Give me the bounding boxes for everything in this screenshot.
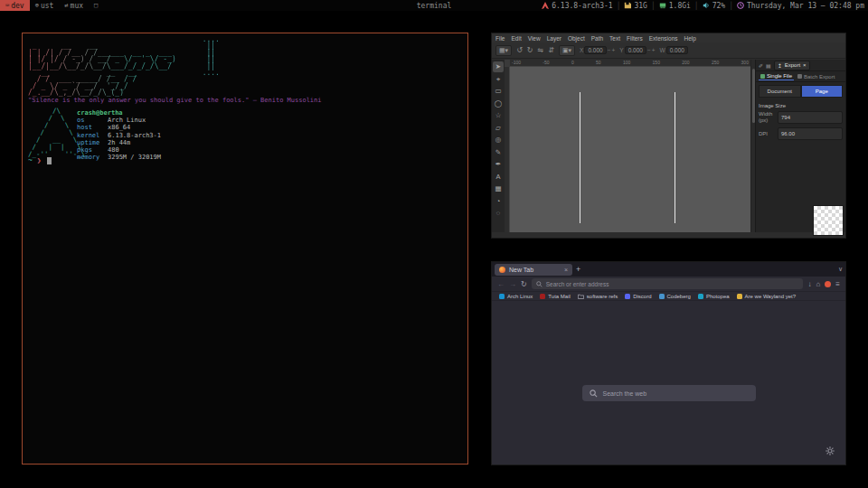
menu-edit[interactable]: Edit [511, 35, 521, 42]
page-settings-gear-icon[interactable] [826, 446, 835, 455]
arch-icon [542, 2, 549, 9]
export-dpi-input[interactable]: 96.00 [778, 127, 843, 140]
gradient-tool[interactable]: ▦ [493, 183, 504, 194]
pencil-tool[interactable]: ✎ [493, 147, 504, 158]
browser-tab-new-tab[interactable]: New Tab × [495, 264, 572, 276]
bookmark-favicon [698, 294, 703, 299]
url-bar[interactable]: Search or enter address [532, 278, 804, 289]
back-button[interactable]: ← [497, 280, 505, 288]
w-value[interactable]: 0.000 [666, 46, 688, 54]
batch-export-tab[interactable]: Batch Export [796, 73, 836, 80]
y-value[interactable]: 0.000 [625, 46, 646, 54]
rotate-ccw-icon[interactable]: ↺ [516, 46, 523, 54]
flip-horizontal-icon[interactable]: ⇋ [538, 46, 544, 54]
menu-file[interactable]: File [495, 35, 505, 42]
shell-prompt[interactable]: ~ ❯ [28, 156, 52, 164]
x-value[interactable]: 0.000 [584, 46, 606, 54]
home-icon[interactable]: ⌂ [816, 280, 820, 288]
web-search-box[interactable]: Search the web [582, 385, 756, 401]
canvas-vertical-scrollbar[interactable] [750, 60, 755, 232]
text-tool[interactable]: A [493, 172, 504, 183]
document-button[interactable]: Document [759, 85, 801, 98]
y-coordinate-field[interactable]: Y 0.000 − + [619, 46, 655, 54]
batch-export-icon [797, 74, 802, 79]
star-tool[interactable]: ☆ [493, 110, 504, 121]
datetime-text: Thursday, Mar 13 — 02:48 pm [747, 2, 864, 10]
status-bar: ⌨ dev ⊕ ust ⇄ mux □ terminal 6.13.8-arch… [0, 0, 868, 11]
menu-path[interactable]: Path [591, 35, 603, 42]
close-icon[interactable]: × [803, 62, 807, 68]
spiral-tool[interactable]: ◎ [493, 135, 504, 145]
bookmark-are-we-wayland-yet[interactable]: Are we Wayland yet? [737, 294, 796, 299]
single-file-tab[interactable]: Single File [759, 72, 794, 80]
inkscape-window[interactable]: File Edit View Layer Object Path Text Fi… [491, 33, 846, 239]
x-coordinate-field[interactable]: X 0.000 − + [580, 46, 615, 54]
w-label: W [660, 47, 665, 53]
width-field[interactable]: W 0.000 [660, 46, 688, 54]
export-dialog-tab[interactable]: ↥ Export × [774, 61, 810, 70]
disk-text: 31G [634, 2, 646, 10]
bookmark-arch-linux[interactable]: Arch Linux [499, 294, 533, 299]
forward-button[interactable]: → [509, 280, 516, 288]
pen-tool[interactable]: ✒ [493, 159, 504, 170]
browser-window[interactable]: New Tab × + ∨ ← → ↻ Search or enter addr… [491, 261, 846, 465]
ellipse-tool[interactable]: ◯ [493, 99, 504, 109]
fetch-label: os [77, 117, 108, 124]
box3d-tool[interactable]: ▱ [493, 123, 504, 134]
extension-icon-red[interactable] [825, 281, 831, 287]
minus-stepper[interactable]: − [647, 47, 651, 53]
export-preview-thumbnail [813, 205, 844, 236]
list-all-tabs-icon[interactable]: ∨ [838, 266, 843, 273]
dock-tab-strip: ✐ ▤ ↥ Export × [756, 60, 845, 71]
ruler-tick-label: 200 [682, 60, 689, 65]
menu-filters[interactable]: Filters [627, 35, 643, 42]
new-tab-button[interactable]: + [576, 265, 580, 274]
batch-export-label: Batch Export [804, 74, 835, 80]
bookmark-folder-software-refs[interactable]: software refs [578, 294, 618, 299]
zoom-tool[interactable]: ◌ [493, 208, 504, 219]
canvas[interactable] [510, 67, 750, 232]
menu-layer[interactable]: Layer [547, 35, 561, 42]
plus-stepper[interactable]: + [652, 47, 656, 53]
welcome-ascii-art: .... _ __ __ || | | /| / /__ / /______ _… [28, 36, 220, 97]
menu-extensions[interactable]: Extensions [649, 35, 678, 42]
bookmark-tuta-mail[interactable]: Tuta Mail [540, 294, 570, 299]
bbox-mode-dropdown[interactable]: ▣▾ [559, 45, 575, 56]
separator: │ [729, 2, 733, 10]
menu-hamburger-icon[interactable]: ≡ [835, 280, 840, 288]
page-button[interactable]: Page [801, 85, 844, 98]
ruler-tick-label: 300 [741, 60, 749, 65]
fetch-label: host [77, 124, 108, 131]
flip-vertical-icon[interactable]: ⇵ [548, 46, 554, 54]
rotate-cw-icon[interactable]: ↻ [527, 46, 533, 54]
wrench-icon[interactable]: ✐ [759, 62, 763, 69]
rect-tool[interactable]: ▭ [493, 86, 504, 97]
fetch-info: crash@bertha os Arch Linux host x86_64 k… [77, 109, 161, 161]
terminal-window[interactable]: .... _ __ __ || | | /| / /__ / /______ _… [22, 33, 468, 465]
menu-object[interactable]: Object [568, 35, 585, 42]
tab-close-icon[interactable]: × [564, 267, 568, 273]
bookmark-codeberg[interactable]: Codeberg [659, 294, 691, 299]
bookmark-favicon [625, 294, 630, 299]
canvas-area[interactable]: -100 -50 0 50 100 150 200 250 300 [505, 60, 750, 232]
menu-help[interactable]: Help [684, 35, 696, 42]
bookmark-discord[interactable]: Discord [625, 294, 651, 299]
bookmark-photopea[interactable]: Photopea [698, 294, 730, 299]
prompt-char: ❯ [37, 156, 42, 164]
selector-tool[interactable]: ➤ [493, 61, 504, 72]
bookmark-favicon [659, 294, 665, 299]
menu-text[interactable]: Text [609, 35, 620, 42]
fetch-value: x86_64 [108, 124, 130, 131]
minus-stepper[interactable]: − [608, 47, 611, 53]
export-width-input[interactable]: 794 [778, 111, 843, 124]
selection-mode-dropdown[interactable]: ▦▾ [495, 45, 512, 56]
layers-icon[interactable]: ▤ [766, 62, 771, 69]
dropper-tool[interactable]: ◔ [493, 196, 504, 207]
downloads-icon[interactable]: ↓ [807, 280, 811, 288]
node-tool[interactable]: ⌖ [493, 74, 504, 85]
reload-button[interactable]: ↻ [521, 280, 527, 288]
tab-favicon [499, 267, 505, 273]
menu-view[interactable]: View [528, 35, 541, 42]
scrollbar-thumb[interactable] [752, 69, 755, 123]
plus-stepper[interactable]: + [612, 47, 616, 53]
